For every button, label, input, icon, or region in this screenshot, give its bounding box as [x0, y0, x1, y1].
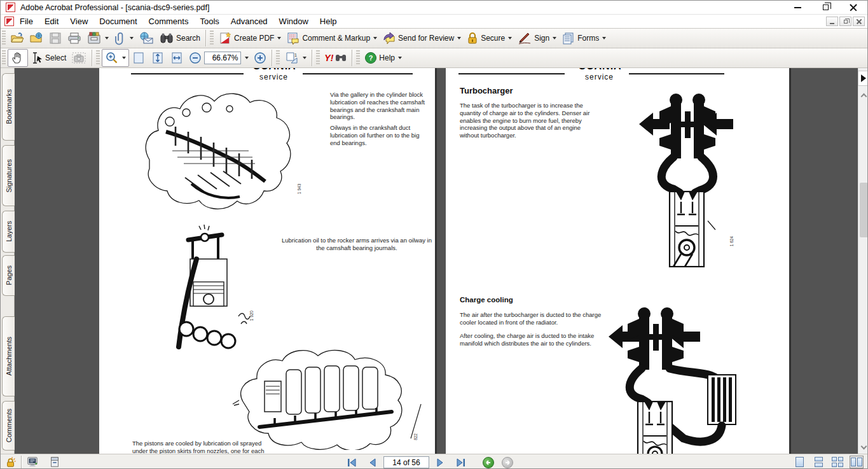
vertical-scrollbar[interactable]	[858, 68, 868, 454]
page-number-input[interactable]: 14 of 56	[383, 456, 429, 468]
doc-restore-button[interactable]	[839, 17, 851, 26]
scroll-up-button[interactable]	[858, 90, 868, 100]
figure-number: 1 624	[729, 236, 734, 246]
comment-markup-button[interactable]: Comment & Markup	[284, 30, 380, 46]
menu-tools[interactable]: Tools	[194, 15, 224, 27]
help-button[interactable]: ? Help	[362, 50, 404, 66]
secure-button[interactable]: Secure	[464, 30, 514, 46]
create-pdf-label: Create PDF	[234, 34, 274, 43]
doc-close-button[interactable]	[853, 17, 865, 26]
doc-restore-icon	[844, 20, 848, 24]
toolbar-grip[interactable]	[356, 50, 360, 66]
send-for-review-button[interactable]: Send for Review	[380, 30, 464, 46]
previous-page-button[interactable]	[366, 457, 378, 468]
select-ibeam-icon	[31, 51, 43, 65]
first-page-button[interactable]	[344, 457, 359, 468]
continuous-facing-button[interactable]	[830, 456, 844, 468]
menu-help[interactable]: Help	[314, 15, 343, 27]
tab-signatures[interactable]: Signatures	[2, 145, 15, 206]
zoom-level-dropdown[interactable]	[241, 55, 251, 60]
previous-view-button[interactable]	[483, 457, 494, 468]
zoom-out-button[interactable]	[186, 50, 204, 66]
continuous-button[interactable]	[811, 456, 825, 468]
snapshot-button[interactable]	[69, 50, 89, 66]
open-web-button[interactable]	[27, 30, 46, 46]
document-security-button[interactable]	[3, 456, 18, 468]
actual-size-icon	[132, 51, 146, 65]
zoom-in-button[interactable]	[251, 50, 269, 66]
toolbar-grip[interactable]	[210, 31, 214, 46]
document-icon	[4, 17, 14, 26]
lubrication-paragraph-2: Oilways in the crankshaft duct lubricati…	[330, 124, 427, 146]
zoom-level-input[interactable]: 66.67%	[204, 52, 241, 64]
view-toolbar: Select 66.67% 1	[1, 48, 867, 68]
tab-attachments[interactable]: Attachments	[2, 316, 15, 396]
pdf-page-left[interactable]: SCANIA service 1 943 Via the gallery in …	[99, 68, 435, 454]
menu-view[interactable]: View	[64, 15, 93, 27]
next-view-button[interactable]	[502, 457, 513, 468]
menu-file[interactable]: File	[14, 15, 39, 27]
minimize-button[interactable]	[783, 1, 811, 14]
search-label: Search	[176, 34, 200, 43]
toolbar-separator	[272, 50, 272, 66]
send-review-dropdown-arrow	[457, 37, 461, 39]
secure-dropdown-arrow	[508, 37, 512, 39]
facing-button[interactable]	[850, 456, 864, 468]
last-page-button[interactable]	[453, 457, 469, 468]
toolbar-grip[interactable]	[276, 50, 280, 66]
doc-minimize-button[interactable]	[826, 17, 838, 26]
close-button[interactable]	[839, 1, 867, 14]
open-button[interactable]	[8, 30, 27, 46]
menu-window[interactable]: Window	[273, 15, 314, 27]
organizer-button[interactable]	[84, 30, 111, 46]
restore-button[interactable]	[811, 1, 839, 14]
menu-document[interactable]: Document	[93, 15, 142, 27]
back-arrow-icon	[485, 459, 492, 466]
print-icon	[67, 31, 81, 45]
hand-tool-button[interactable]	[8, 49, 28, 67]
toolbar-grip[interactable]	[2, 50, 6, 66]
pdf-page-right[interactable]: SCANIA service Turbocharger The task of …	[446, 68, 789, 454]
next-page-button[interactable]	[434, 457, 447, 468]
tab-comments[interactable]: Comments	[2, 401, 15, 451]
menu-advanced[interactable]: Advanced	[225, 15, 273, 27]
zoom-tool-button[interactable]	[102, 49, 129, 67]
search-button[interactable]: Search	[156, 30, 203, 46]
reading-mode-button[interactable]	[24, 456, 41, 468]
select-tool-button[interactable]: Select	[28, 50, 69, 66]
charge-cooler-figure	[606, 300, 743, 454]
page-display-button[interactable]: 1	[282, 50, 309, 66]
sign-dropdown-arrow	[553, 37, 556, 39]
save-button[interactable]	[46, 30, 65, 46]
yahoo-binoculars-icon	[335, 53, 347, 63]
sign-pen-icon	[517, 31, 532, 45]
chevron-up-icon	[861, 93, 867, 99]
hide-pane-button[interactable]	[858, 71, 868, 86]
toolbar-grip[interactable]	[2, 31, 6, 46]
page-layout-controls	[787, 456, 864, 468]
fit-width-button[interactable]	[167, 50, 186, 66]
menu-comments[interactable]: Comments	[143, 15, 195, 27]
fit-page-button[interactable]	[148, 50, 167, 66]
sign-button[interactable]: Sign	[514, 30, 559, 46]
menu-edit[interactable]: Edit	[39, 15, 64, 27]
scroll-down-button[interactable]	[858, 442, 868, 452]
attach-button[interactable]	[111, 30, 136, 46]
actual-size-button[interactable]	[129, 50, 148, 66]
tab-bookmarks[interactable]: Bookmarks	[2, 73, 15, 141]
scrollbar-thumb[interactable]	[860, 183, 868, 237]
header-rule	[458, 73, 565, 74]
toolbar-grip[interactable]	[316, 50, 320, 66]
tab-pages[interactable]: Pages	[2, 255, 15, 296]
tab-layers[interactable]: Layers	[2, 211, 15, 253]
send-for-review-label: Send for Review	[398, 34, 454, 43]
forms-button[interactable]: Forms	[559, 30, 609, 46]
yahoo-search-button[interactable]: Y!	[322, 52, 349, 64]
split-window-button[interactable]	[47, 456, 62, 468]
create-pdf-dropdown-arrow	[277, 37, 281, 39]
print-button[interactable]	[65, 30, 84, 46]
email-button[interactable]	[136, 30, 156, 46]
create-pdf-button[interactable]: Create PDF	[216, 30, 284, 46]
toolbar-grip[interactable]	[96, 50, 100, 66]
single-page-button[interactable]	[792, 456, 806, 468]
